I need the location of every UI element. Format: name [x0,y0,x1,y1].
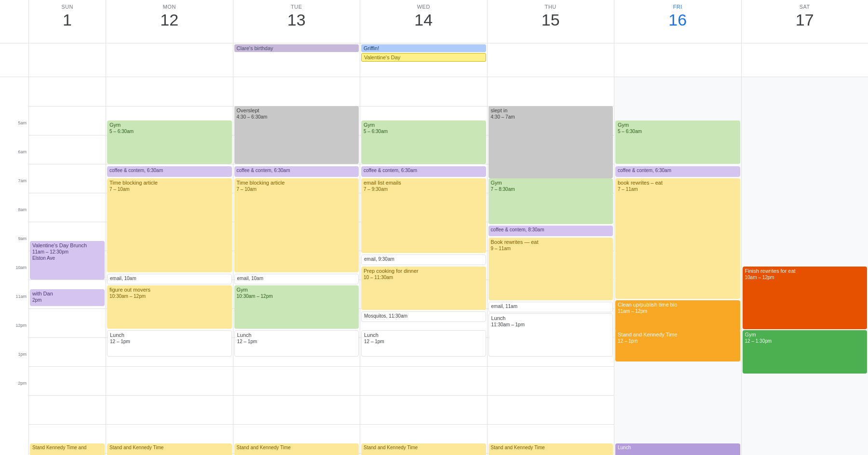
event-subtitle: 4:30 – 7am [491,114,611,120]
event-lunch-mon[interactable]: Lunch 12 – 1pm [107,330,232,357]
event-with-dan[interactable]: with Dan 2pm [30,289,105,306]
event-book-rewrites-fri[interactable]: book rewrites – eat 7 – 11am [615,178,740,299]
event-gym-tue[interactable]: Gym 10:30am – 12pm [234,285,359,329]
day-col-thu: Thu 15 [488,0,615,43]
event-coffee-wed[interactable]: coffee & contem, 6:30am [361,166,486,177]
events-col-wed: Gym 5 – 6:30am coffee & contem, 6:30am e… [360,77,488,455]
event-time-blocking-tue[interactable]: Time blocking article 7 – 10am [234,178,359,272]
day-number-fri: 16 [668,12,687,28]
event-valentines-brunch[interactable]: Valentine's Day Brunch 11am – 12:30pmEls… [30,241,105,280]
event-stand-kennedy-mon[interactable]: Stand and Kennedy Time [107,443,232,455]
event-subtitle: 12 – 1pm [237,338,356,345]
all-day-event-griffin[interactable]: Griffin! [361,44,486,52]
event-gym-thu[interactable]: Gym 7 – 8:30am [488,178,613,224]
event-subtitle: 5 – 6:30am [364,128,484,134]
event-coffee-mon[interactable]: coffee & contem, 6:30am [107,166,232,177]
event-coffee-fri[interactable]: coffee & contem, 6:30am [615,166,740,177]
event-title: with Dan [32,290,102,297]
day-col-sun: Sun 1 [29,0,106,43]
day-name-tue: Tue [291,4,302,10]
event-subtitle: 9 – 11am [491,245,611,252]
all-day-event-clares-birthday[interactable]: Clare's birthday [234,44,359,52]
event-title: Gym [745,331,865,338]
event-email-list-wed[interactable]: email list emails 7 – 9:30am [361,178,486,253]
event-gym-fri[interactable]: Gym 5 – 6:30am [615,120,740,164]
event-subtitle: 4:30 – 6:30am [237,114,357,120]
event-subtitle: 5 – 6:30am [109,128,230,134]
event-stand-kennedy-thu[interactable]: Stand and Kennedy Time [488,443,613,455]
event-coffee-thu[interactable]: coffee & contem, 8:30am [488,226,613,236]
event-slept-in-thu[interactable]: slept in 4:30 – 7am [488,106,613,178]
event-title: email list emails [364,179,484,186]
all-day-wed: Griffin! Valentine's Day [360,43,488,77]
event-stand-kennedy-sun[interactable]: Stand Kennedy Time and [30,443,105,455]
event-title: slept in [491,107,611,114]
time-label-9am: 9am [18,236,27,241]
event-subtitle: 12 – 1pm [364,338,483,345]
event-email-thu[interactable]: email, 11am [488,302,613,312]
event-subtitle: 10am – 12pm [745,274,865,281]
events-col-mon: Gym 5 – 6:30am coffee & contem, 6:30am T… [106,77,233,455]
event-title: Lunch [491,315,610,321]
event-subtitle: 10 – 11:30am [364,274,484,281]
time-label-1pm: 1pm [18,352,27,357]
day-number-tue: 13 [287,12,306,28]
event-subtitle: 2pm [32,297,102,303]
day-name-fri: Fri [673,4,682,10]
event-coffee-tue[interactable]: coffee & contem, 6:30am [234,166,359,177]
event-stand-kennedy-tue[interactable]: Stand and Kennedy Time [234,443,359,455]
event-title: Gym [491,179,611,186]
day-number-sat: 17 [796,12,814,28]
event-subtitle: 10:30am – 12pm [109,293,230,299]
event-subtitle: 7 – 10am [109,186,230,192]
event-subtitle: 7 – 11am [618,186,738,192]
event-prep-cooking-wed[interactable]: Prep cooking for dinner 10 – 11:30am [361,267,486,310]
all-day-row: Clare's birthday Griffin! Valentine's Da… [0,43,868,77]
event-subtitle: 12 – 1:30pm [745,338,865,344]
day-name-mon: Mon [163,4,176,10]
day-name-sat: Sat [800,4,810,10]
all-day-mon [106,43,233,77]
event-gym-mon[interactable]: Gym 5 – 6:30am [107,120,232,164]
event-cleanup-fri[interactable]: Clean up/publish time blo 11am – 12pm [615,300,740,332]
all-day-sat [742,43,868,77]
event-stand-kennedy-wed[interactable]: Stand and Kennedy Time [361,443,486,455]
event-overslept-tue[interactable]: Overslept 4:30 – 6:30am [234,106,359,164]
event-email-wed[interactable]: email, 9:30am [361,254,486,265]
event-email-mon[interactable]: email, 10am [107,274,232,284]
event-lunch-fri[interactable]: Lunch [615,443,740,455]
event-lunch-thu[interactable]: Lunch 11:30am – 1pm [488,313,613,357]
event-lunch-tue[interactable]: Lunch 12 – 1pm [234,330,359,357]
event-title: Time blocking article [237,179,357,186]
day-number-mon: 12 [160,12,178,28]
day-name-wed: Wed [417,4,430,10]
event-subtitle: 5 – 6:30am [618,128,738,134]
event-mosquitos-wed[interactable]: Mosquitos, 11:30am [361,311,486,322]
day-number-wed: 14 [414,12,433,28]
day-name-sun: Sun [61,4,73,10]
time-label-7am: 7am [18,178,27,183]
event-gym-sat[interactable]: Gym 12 – 1:30pm [743,330,868,374]
event-title: Gym [364,121,484,128]
day-col-sat: Sat 17 [742,0,868,43]
events-col-thu: slept in 4:30 – 7am Gym 7 – 8:30am coffe… [488,77,615,455]
event-title: book rewrites – eat [618,179,738,186]
event-subtitle: 12 – 1pm [618,338,738,344]
event-stand-kennedy-fri[interactable]: Stand and Kennedy Time 12 – 1pm [615,330,740,361]
events-col-fri: Gym 5 – 6:30am coffee & contem, 6:30am b… [614,77,742,455]
event-time-blocking-mon[interactable]: Time blocking article 7 – 10am [107,178,232,272]
time-label-11am: 11am [15,294,27,299]
event-email-tue[interactable]: email, 10am [234,274,359,284]
event-subtitle: 7 – 9:30am [364,186,484,192]
time-label-6am: 6am [18,149,27,154]
all-day-event-valentines[interactable]: Valentine's Day [361,53,486,62]
event-gym-wed[interactable]: Gym 5 – 6:30am [361,120,486,164]
header-row: Sun 1 Mon 12 Tue 13 Wed 14 Thu 15 Fri 16… [0,0,868,43]
event-book-rewrites-thu[interactable]: Book rewrites — eat 9 – 11am [488,238,613,300]
event-finish-rewrites-sat[interactable]: Finish rewrites for eat 10am – 12pm [743,267,868,329]
event-movers-mon[interactable]: figure out movers 10:30am – 12pm [107,285,232,329]
time-label-12pm: 12pm [15,323,27,328]
event-subtitle: 12 – 1pm [110,338,229,345]
event-lunch-wed[interactable]: Lunch 12 – 1pm [361,330,486,357]
event-title: figure out movers [109,286,230,293]
